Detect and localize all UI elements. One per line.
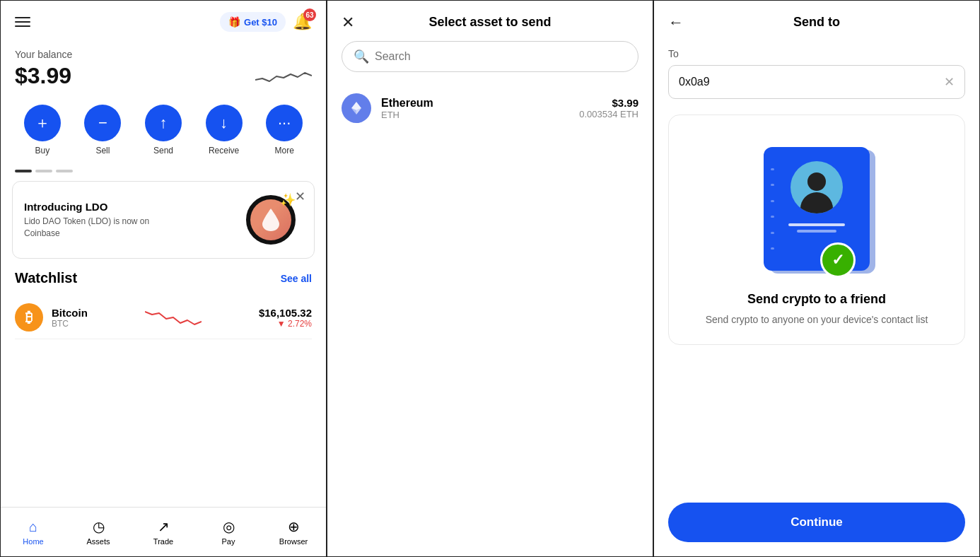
gift-icon: 🎁 <box>228 16 240 28</box>
notification-wrapper[interactable]: 🔔 63 <box>293 13 312 31</box>
btc-info: Bitcoin BTC <box>52 307 88 329</box>
send-to-panel: ← Send to To 0x0a9 ✕ <box>653 0 980 557</box>
eth-crypto: 0.003534 ETH <box>579 109 638 119</box>
bottom-nav: ⌂ Home ◷ Assets ↗ Trade ◎ Pay ⊕ Browser <box>1 507 326 556</box>
notification-badge: 63 <box>303 8 316 21</box>
select-asset-title: Select asset to send <box>428 15 551 30</box>
eth-values: $3.99 0.003534 ETH <box>579 97 638 119</box>
btc-icon: ₿ <box>15 303 43 332</box>
send-icon: ↑ <box>145 105 182 141</box>
promo-dots <box>1 170 326 172</box>
btc-price: $16,105.32 <box>259 307 312 319</box>
balance-row: $3.99 <box>15 63 312 89</box>
search-icon: 🔍 <box>354 49 369 64</box>
receive-action[interactable]: ↓ Receive <box>206 105 243 156</box>
trade-nav-label: Trade <box>153 537 173 546</box>
browser-nav-icon: ⊕ <box>288 518 300 535</box>
asset-list-item-eth[interactable]: Ethereum ETH $3.99 0.003534 ETH <box>327 83 653 133</box>
menu-button[interactable] <box>15 17 30 27</box>
eth-info: Ethereum ETH <box>381 97 569 120</box>
more-icon: ··· <box>266 105 303 141</box>
btc-ticker: BTC <box>52 319 88 329</box>
search-bar[interactable]: 🔍 <box>342 41 638 72</box>
sell-label: Sell <box>95 146 110 156</box>
nav-browser[interactable]: ⊕ Browser <box>261 508 326 556</box>
buy-action[interactable]: ＋ Buy <box>24 105 61 156</box>
ldo-star-icon: ✨ <box>280 192 296 208</box>
watchlist-item-btc[interactable]: ₿ Bitcoin BTC $16,105.32 ▼ 2.72% <box>15 296 312 339</box>
send-to-title: Send to <box>793 15 840 30</box>
check-badge-icon: ✓ <box>820 242 856 278</box>
trade-nav-icon: ↗ <box>158 518 170 535</box>
send-promo-title: Send crypto to a friend <box>747 292 886 307</box>
watchlist-header: Watchlist See all <box>15 270 312 286</box>
eth-ticker: ETH <box>381 110 569 120</box>
balance-amount: $3.99 <box>15 63 71 89</box>
send-to-header: ← Send to <box>654 1 979 41</box>
more-action[interactable]: ··· More <box>266 105 303 156</box>
more-label: More <box>275 146 294 156</box>
get-money-label: Get $10 <box>244 17 277 28</box>
assets-nav-label: Assets <box>86 537 110 546</box>
send-illustration: ✓ Send crypto to a friend Send crypto to… <box>668 115 965 345</box>
sell-action[interactable]: − Sell <box>84 105 121 156</box>
btc-name: Bitcoin <box>52 307 88 319</box>
promo-text: Introducing LDO Lido DAO Token (LDO) is … <box>24 201 151 240</box>
nav-pay[interactable]: ◎ Pay <box>196 508 261 556</box>
promo-card: ✕ Introducing LDO Lido DAO Token (LDO) i… <box>12 181 315 259</box>
nav-assets[interactable]: ◷ Assets <box>66 508 131 556</box>
select-asset-panel: ✕ Select asset to send 🔍 Ethereum ETH $3… <box>327 0 653 557</box>
promo-dot-3 <box>56 170 73 172</box>
promo-dot-2 <box>35 170 52 172</box>
close-button[interactable]: ✕ <box>342 15 354 30</box>
promo-image: ✨ <box>239 192 303 248</box>
buy-label: Buy <box>35 146 49 156</box>
header-right: 🎁 Get $10 🔔 63 <box>220 12 312 32</box>
receive-label: Receive <box>209 146 239 156</box>
to-input-row[interactable]: 0x0a9 ✕ <box>668 65 965 99</box>
assets-nav-icon: ◷ <box>93 518 105 535</box>
action-row: ＋ Buy − Sell ↑ Send ↓ Receive ··· More <box>1 98 326 170</box>
nav-trade[interactable]: ↗ Trade <box>131 508 196 556</box>
continue-button[interactable]: Continue <box>668 503 965 542</box>
search-input[interactable] <box>375 50 626 63</box>
home-nav-label: Home <box>23 537 43 546</box>
get-money-button[interactable]: 🎁 Get $10 <box>220 12 286 32</box>
eth-usd: $3.99 <box>579 97 638 109</box>
send-promo-description: Send crypto to anyone on your device's c… <box>706 312 928 327</box>
eth-name: Ethereum <box>381 97 569 110</box>
browser-nav-label: Browser <box>279 537 308 546</box>
receive-icon: ↓ <box>206 105 243 141</box>
ldo-circle: ✨ <box>246 195 296 245</box>
clear-address-button[interactable]: ✕ <box>944 74 955 90</box>
home-nav-icon: ⌂ <box>29 519 37 535</box>
btc-change: ▼ 2.72% <box>259 319 312 329</box>
watchlist-title: Watchlist <box>15 270 77 286</box>
promo-description: Lido DAO Token (LDO) is now on Coinbase <box>24 216 151 240</box>
pay-nav-icon: ◎ <box>223 518 235 535</box>
home-header: 🎁 Get $10 🔔 63 <box>1 1 326 37</box>
to-label: To <box>668 48 965 59</box>
to-address: 0x0a9 <box>679 76 710 88</box>
promo-dot-1 <box>15 170 32 172</box>
buy-icon: ＋ <box>24 105 61 141</box>
balance-section: Your balance $3.99 <box>1 37 326 98</box>
eth-icon <box>342 93 371 123</box>
send-action[interactable]: ↑ Send <box>145 105 182 156</box>
see-all-link[interactable]: See all <box>281 273 312 284</box>
sell-icon: − <box>84 105 121 141</box>
home-panel: 🎁 Get $10 🔔 63 Your balance $3.99 ＋ Buy … <box>0 0 327 557</box>
btc-chart <box>96 305 250 330</box>
back-button[interactable]: ← <box>668 13 684 32</box>
send-label: Send <box>153 146 173 156</box>
illustration-graphic: ✓ <box>746 136 887 278</box>
nav-home[interactable]: ⌂ Home <box>1 508 66 556</box>
to-section: To 0x0a9 ✕ <box>654 41 979 107</box>
pay-nav-label: Pay <box>222 537 235 546</box>
balance-label: Your balance <box>15 49 312 60</box>
promo-title: Introducing LDO <box>24 201 151 213</box>
btc-values: $16,105.32 ▼ 2.72% <box>259 307 312 329</box>
select-asset-header: ✕ Select asset to send <box>327 1 653 41</box>
watchlist-section: Watchlist See all ₿ Bitcoin BTC $16,105.… <box>1 270 326 339</box>
balance-chart <box>255 66 312 87</box>
